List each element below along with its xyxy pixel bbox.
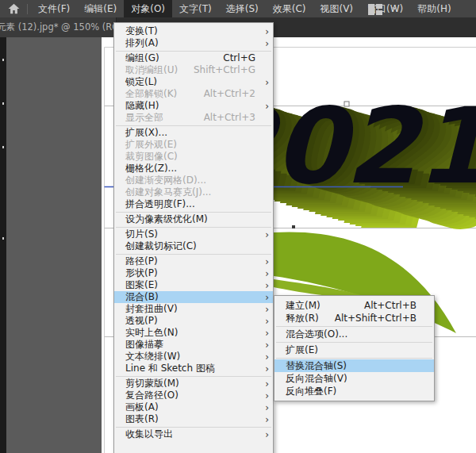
object-menu-item-35[interactable]: 复合路径(O)›: [114, 390, 273, 401]
object-menu-item-15: 创建对象马赛克(J)...: [114, 186, 273, 198]
menu-item-label: 栅格化(Z)...: [125, 163, 177, 175]
object-menu-item-25[interactable]: 图案(E)›: [114, 279, 273, 291]
menu-item-label: 编组(G): [125, 52, 159, 64]
object-menu-item-10[interactable]: 扩展(X)...: [114, 127, 273, 139]
menu-item-shortcut: Shift+Ctrl+G: [194, 64, 261, 76]
menubar-item-8[interactable]: 帮助(H): [410, 0, 458, 17]
menu-item-label: 拼合透明度(F)...: [125, 198, 195, 210]
menubar-item-4[interactable]: 选择(S): [219, 0, 266, 17]
menubar-item-2[interactable]: 对象(O): [124, 0, 172, 17]
menubar-item-1[interactable]: 编辑(E): [77, 0, 124, 17]
menu-item-label: 创建裁切标记(C): [125, 240, 197, 252]
menu-item-label: 变换(T): [125, 25, 158, 37]
menu-item-label: 混合(B): [125, 291, 159, 303]
menubar-item-5[interactable]: 效果(C): [266, 0, 313, 17]
menu-separator: [276, 358, 432, 359]
object-menu-item-36[interactable]: 画板(A)›: [114, 401, 273, 413]
menubar-item-0[interactable]: 文件(F): [31, 0, 77, 17]
blend-submenu-item-5[interactable]: 扩展(E): [274, 344, 434, 356]
blend-submenu-item-9[interactable]: 反向堆叠(F): [274, 385, 434, 397]
submenu-arrow-icon: ›: [261, 363, 269, 374]
object-menu-item-28[interactable]: 透视(P)›: [114, 315, 273, 327]
submenu-arrow-icon: ›: [261, 378, 269, 390]
object-menu-item-16[interactable]: 拼合透明度(F)...: [114, 198, 273, 210]
object-menu-item-13[interactable]: 栅格化(Z)...: [114, 163, 273, 175]
object-menu-item-12: 裁剪图像(C): [114, 151, 273, 163]
object-menu-item-34[interactable]: 剪切蒙版(M)›: [114, 378, 273, 390]
menu-item-label: 选择(S): [226, 2, 259, 16]
menu-item-label: 建立(M): [286, 299, 321, 312]
object-menu-item-21[interactable]: 创建裁切标记(C): [114, 240, 273, 252]
object-menu-item-1[interactable]: 排列(A)›: [114, 37, 273, 49]
object-menu-item-5[interactable]: 锁定(L)›: [114, 76, 273, 88]
menu-separator: [116, 427, 271, 428]
submenu-arrow-icon: ›: [261, 77, 269, 88]
object-menu-item-18[interactable]: 设为像素级优化(M): [114, 213, 273, 225]
object-menu-item-4: 取消编组(U)Shift+Ctrl+G: [114, 64, 273, 76]
object-menu-item-0[interactable]: 变换(T)›: [114, 25, 273, 37]
object-menu-item-14: 创建渐变网格(D)...: [114, 175, 273, 186]
submenu-arrow-icon: ›: [261, 268, 269, 279]
submenu-arrow-icon: ›: [261, 402, 269, 413]
object-menu-item-32[interactable]: Line 和 Sketch 图稿›: [114, 363, 273, 374]
menu-separator: [116, 254, 271, 255]
blend-submenu-item-1[interactable]: 释放(R)Alt+Shift+Ctrl+B: [274, 312, 434, 324]
submenu-arrow-icon: ›: [261, 340, 269, 351]
menu-item-label: 排列(A): [125, 37, 159, 49]
object-menu-item-20[interactable]: 切片(S)›: [114, 228, 273, 240]
menu-item-label: 路径(P): [125, 255, 158, 267]
workspace-layout-icon[interactable]: [368, 3, 382, 18]
menu-item-label: 扩展外观(E): [125, 139, 177, 151]
object-menu-item-39[interactable]: 收集以导出›: [114, 428, 273, 440]
menu-item-label: 切片(S): [125, 228, 158, 240]
menu-item-label: 视图(V): [320, 2, 353, 16]
blend-submenu-item-7[interactable]: 替换混合轴(S): [274, 359, 434, 372]
menu-item-label: 帮助(H): [417, 2, 451, 16]
document-tab[interactable]: 元素 (12).jpg* @ 150% (RG: [0, 17, 117, 37]
menubar-item-3[interactable]: 文字(T): [172, 0, 219, 17]
document-tab-title: 元素 (12).jpg* @ 150% (RG: [0, 21, 117, 33]
submenu-arrow-icon: ›: [261, 292, 269, 303]
object-menu-item-29[interactable]: 实时上色(N)›: [114, 327, 273, 339]
menu-item-label: 复合路径(O): [125, 390, 178, 401]
object-menu-item-30[interactable]: 图像描摹›: [114, 339, 273, 351]
menu-item-label: 文件(F): [38, 2, 70, 16]
home-icon[interactable]: [0, 3, 27, 14]
menu-item-label: 画板(A): [125, 401, 159, 413]
anchor-point[interactable]: [292, 225, 295, 228]
submenu-arrow-icon: ›: [261, 26, 269, 37]
object-menu-item-27[interactable]: 封套扭曲(V)›: [114, 303, 273, 315]
menu-item-label: 实时上色(N): [125, 327, 178, 339]
object-menu-item-37[interactable]: 图表(R)›: [114, 413, 273, 425]
menu-item-label: 显示全部: [125, 112, 163, 124]
blend-submenu-item-0[interactable]: 建立(M)Alt+Ctrl+B: [274, 299, 434, 312]
left-edge-panel: [0, 37, 6, 453]
menu-separator: [116, 51, 271, 52]
menu-separator: [116, 212, 271, 213]
object-menu-item-24[interactable]: 形状(P)›: [114, 267, 273, 279]
blend-submenu-item-3[interactable]: 混合选项(O)...: [274, 328, 434, 340]
object-menu-item-7[interactable]: 隐藏(H)›: [114, 100, 273, 112]
submenu-arrow-icon: ›: [261, 328, 269, 339]
menu-item-label: 隐藏(H): [125, 100, 159, 112]
illustrator-window: 2021202120212021202120212021202120212021…: [0, 0, 476, 453]
object-menu-item-26[interactable]: 混合(B)›: [114, 291, 273, 303]
object-menu: 变换(T)›排列(A)›编组(G)Ctrl+G取消编组(U)Shift+Ctrl…: [113, 22, 274, 453]
menubar-item-6[interactable]: 视图(V): [313, 0, 360, 17]
blend-submenu-item-8[interactable]: 反向混合轴(V): [274, 372, 434, 385]
object-menu-item-31[interactable]: 文本绕排(W)›: [114, 351, 273, 363]
menu-item-label: 取消编组(U): [125, 64, 178, 76]
menu-item-label: 扩展(X)...: [125, 127, 167, 139]
menu-item-label: 替换混合轴(S): [286, 359, 347, 372]
menu-item-label: 编辑(E): [84, 2, 117, 16]
submenu-arrow-icon: ›: [261, 101, 269, 112]
menu-item-label: 透视(P): [125, 315, 158, 327]
pasteboard: [6, 37, 102, 453]
object-menu-item-23[interactable]: 路径(P)›: [114, 255, 273, 267]
object-menu-item-3[interactable]: 编组(G)Ctrl+G: [114, 52, 273, 64]
chevron-down-icon[interactable]: ⌄: [390, 1, 398, 12]
submenu-arrow-icon: ›: [261, 414, 269, 425]
menu-item-shortcut: Alt+Shift+Ctrl+B: [335, 312, 422, 324]
menu-item-shortcut: Ctrl+G: [223, 52, 261, 64]
menu-item-label: 混合选项(O)...: [286, 328, 347, 340]
